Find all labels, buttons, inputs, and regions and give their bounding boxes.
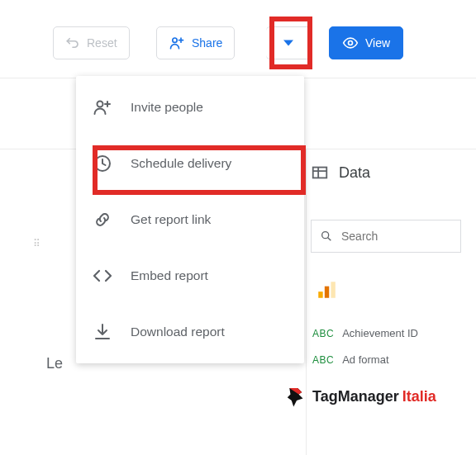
field-type-badge: ABC (312, 328, 334, 339)
svg-point-1 (348, 41, 352, 45)
field-label: Ad format (342, 353, 388, 366)
menu-item-label: Embed report (131, 268, 208, 283)
menu-item-invite-people[interactable]: Invite people (76, 79, 304, 135)
logo-text-prefix: TagManager (312, 388, 399, 405)
clock-icon (93, 154, 112, 173)
share-button[interactable]: Share (156, 26, 235, 59)
menu-item-embed-report[interactable]: Embed report (76, 248, 304, 304)
svg-rect-2 (313, 168, 327, 178)
logo-text-suffix: Italia (402, 388, 436, 405)
view-button[interactable]: View (329, 26, 403, 59)
field-row[interactable]: ABC Ad format (312, 353, 389, 366)
menu-item-get-report-link[interactable]: Get report link (76, 192, 304, 248)
tagmanager-italia-logo: TagManagerItalia (284, 384, 436, 409)
divider-vertical (306, 149, 307, 455)
share-label: Share (192, 36, 222, 50)
download-icon (93, 322, 112, 342)
chevron-down-icon (283, 38, 293, 48)
code-icon (93, 266, 112, 286)
field-row[interactable]: ABC Achievement ID (312, 327, 418, 339)
svg-rect-5 (325, 287, 329, 298)
svg-point-0 (173, 38, 177, 42)
bird-icon (284, 384, 309, 409)
svg-rect-4 (318, 291, 322, 298)
undo-icon (65, 36, 80, 50)
menu-item-schedule-delivery[interactable]: Schedule delivery (76, 135, 304, 192)
eye-icon (342, 35, 359, 51)
data-panel-header: Data (311, 164, 370, 182)
truncated-text: Le (46, 355, 63, 372)
search-input-wrapper[interactable] (311, 220, 461, 253)
field-label: Achievement ID (342, 327, 418, 339)
search-icon (320, 230, 333, 243)
svg-rect-6 (331, 282, 335, 298)
menu-item-label: Invite people (131, 100, 203, 115)
table-icon (311, 164, 329, 182)
share-dropdown-menu: Invite people Schedule delivery Get repo… (76, 76, 304, 363)
reset-label: Reset (87, 36, 117, 50)
svg-point-7 (98, 102, 103, 107)
menu-item-label: Download report (131, 325, 225, 339)
menu-item-download-report[interactable]: Download report (76, 304, 304, 360)
person-add-icon (93, 97, 112, 117)
drag-handle-icon[interactable]: ⠿ (33, 238, 42, 249)
share-dropdown-toggle[interactable] (266, 26, 311, 59)
menu-item-label: Schedule delivery (131, 156, 231, 171)
field-type-badge: ABC (312, 354, 334, 366)
svg-point-3 (322, 232, 329, 239)
ga-logo-icon (316, 279, 337, 301)
person-add-icon (169, 35, 185, 51)
menu-item-label: Get report link (131, 212, 211, 227)
data-heading-text: Data (339, 164, 370, 182)
view-label: View (365, 36, 390, 50)
link-icon (93, 210, 112, 230)
search-input[interactable] (340, 229, 476, 244)
reset-button: Reset (53, 26, 130, 59)
